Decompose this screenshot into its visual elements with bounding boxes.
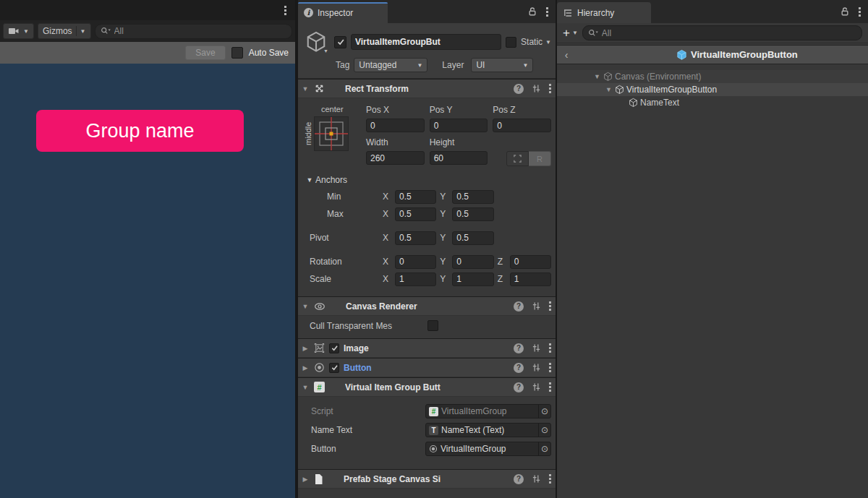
tree-row-virtual-item-group-button[interactable]: ▼ VirtualItemGroupButton: [557, 83, 868, 96]
component-menu-kebab-icon[interactable]: [549, 363, 551, 372]
name-text-object-field[interactable]: T NameText (Text) ⊙: [425, 423, 551, 437]
scene-search-input[interactable]: [114, 26, 286, 36]
width-input[interactable]: [366, 151, 425, 165]
tab-inspector[interactable]: i Inspector: [298, 2, 388, 23]
height-input[interactable]: [430, 151, 488, 165]
presets-icon[interactable]: [532, 474, 541, 484]
divider: [76, 26, 77, 36]
script-object-field[interactable]: # VirtualItemGroup ⊙: [425, 404, 551, 418]
image-title: Image: [344, 343, 369, 353]
button-object-field[interactable]: VirtualItemGroup ⊙: [425, 442, 551, 456]
scene-search-field[interactable]: [95, 24, 292, 39]
hierarchy-search-input[interactable]: [602, 28, 856, 38]
scene-view[interactable]: Group name: [0, 64, 295, 498]
tree-row-nametext[interactable]: NameText: [557, 96, 868, 109]
hierarchy-menu-kebab-icon[interactable]: [859, 7, 861, 17]
image-enabled-checkbox[interactable]: [329, 343, 339, 353]
virtual-item-group-button-body: Script # VirtualItemGroup ⊙ Name Text T …: [298, 397, 556, 465]
anchors-max-x-input[interactable]: [395, 207, 436, 221]
gameobject-active-checkbox[interactable]: [334, 36, 346, 48]
lock-icon[interactable]: [527, 7, 537, 17]
tag-dropdown[interactable]: Untagged ▼: [354, 58, 427, 72]
blueprint-mode-button[interactable]: [506, 151, 529, 166]
raw-edit-mode-button[interactable]: R: [529, 151, 551, 166]
foldout-expanded-icon[interactable]: ▼: [301, 384, 310, 391]
prefab-stage-canvas-header[interactable]: ▶ Prefab Stage Canvas Si ?: [298, 469, 556, 489]
presets-icon[interactable]: [532, 363, 541, 372]
presets-icon[interactable]: [532, 343, 541, 353]
presets-icon[interactable]: [532, 301, 541, 311]
layer-dropdown[interactable]: UI ▼: [471, 58, 533, 72]
scale-x-input[interactable]: [395, 272, 436, 286]
anchor-preset-button[interactable]: [314, 116, 349, 151]
scene-menu-kebab-icon[interactable]: [284, 6, 286, 15]
foldout-collapsed-icon[interactable]: ▶: [301, 476, 310, 483]
anchors-max-y-input[interactable]: [452, 207, 493, 221]
prefab-root-header[interactable]: VirtualItemGroupButton: [676, 49, 798, 61]
cull-transparent-mesh-label: Cull Transparent Mes: [310, 321, 427, 331]
rotation-y-input[interactable]: [452, 255, 493, 269]
create-object-button[interactable]: + ▼: [563, 27, 578, 39]
static-checkbox[interactable]: [506, 37, 516, 48]
anchors-min-y-input[interactable]: [452, 190, 493, 204]
component-menu-kebab-icon[interactable]: [549, 301, 551, 311]
foldout-expanded-icon[interactable]: ▼: [301, 85, 310, 93]
rotation-x-input[interactable]: [395, 255, 436, 269]
rect-transform-header[interactable]: ▼ Rect Transform ?: [298, 79, 556, 98]
pos-z-input[interactable]: [493, 119, 551, 132]
canvas-renderer-header[interactable]: ▼ Canvas Renderer ?: [298, 296, 556, 316]
anchors-min-x-input[interactable]: [395, 190, 436, 204]
scale-y-input[interactable]: [452, 272, 493, 286]
cull-transparent-mesh-checkbox[interactable]: [427, 320, 438, 331]
virtual-item-group-button-header[interactable]: ▼ # Virtual Item Group Butt ?: [298, 377, 556, 397]
static-dropdown[interactable]: Static ▼: [521, 37, 551, 47]
save-button[interactable]: Save: [185, 46, 225, 60]
group-name-button[interactable]: Group name: [36, 110, 244, 152]
pivot-y-input[interactable]: [452, 231, 493, 245]
foldout-expanded-icon[interactable]: ▼: [301, 303, 310, 310]
help-icon[interactable]: ?: [514, 84, 524, 94]
component-menu-kebab-icon[interactable]: [549, 474, 551, 484]
presets-icon[interactable]: [532, 382, 541, 392]
scale-z-input[interactable]: [510, 272, 551, 286]
pivot-x-input[interactable]: [395, 231, 436, 245]
hierarchy-toolbar: + ▼: [557, 23, 868, 43]
object-picker-icon[interactable]: ⊙: [538, 405, 550, 418]
rotation-z-input[interactable]: [510, 255, 551, 269]
object-picker-icon[interactable]: ⊙: [538, 424, 550, 437]
back-chevron-icon[interactable]: ‹: [557, 49, 576, 61]
presets-icon[interactable]: [532, 84, 541, 93]
help-icon[interactable]: ?: [514, 363, 524, 373]
help-icon[interactable]: ?: [514, 474, 524, 484]
pos-y-label: Pos Y: [430, 105, 488, 116]
foldout-collapsed-icon[interactable]: ▶: [301, 345, 310, 352]
button-component-header[interactable]: ▶ Button ?: [298, 358, 556, 377]
pos-y-input[interactable]: [430, 119, 488, 132]
camera-dropdown-button[interactable]: ▼: [3, 23, 34, 39]
button-enabled-checkbox[interactable]: [329, 363, 339, 373]
help-icon[interactable]: ?: [514, 343, 524, 353]
foldout-collapsed-icon[interactable]: ▶: [301, 364, 310, 372]
object-picker-icon[interactable]: ⊙: [538, 442, 550, 455]
auto-save-checkbox[interactable]: [231, 47, 243, 59]
foldout-expanded-icon[interactable]: ▼: [593, 73, 601, 80]
inspector-menu-kebab-icon[interactable]: [546, 7, 548, 17]
image-component-header[interactable]: ▶ Image ?: [298, 338, 556, 358]
gizmos-dropdown-button[interactable]: Gizmos ▼: [38, 23, 91, 39]
hierarchy-search-field[interactable]: [582, 25, 862, 40]
anchors-foldout[interactable]: ▼ Anchors: [304, 172, 551, 188]
help-icon[interactable]: ?: [514, 382, 524, 392]
component-menu-kebab-icon[interactable]: [549, 84, 551, 93]
gameobject-name-input[interactable]: [351, 34, 501, 50]
foldout-expanded-icon[interactable]: ▼: [605, 86, 613, 93]
tree-row-canvas-environment[interactable]: ▼ Canvas (Environment): [557, 70, 868, 83]
lock-icon[interactable]: [840, 7, 850, 17]
pos-x-input[interactable]: [366, 119, 425, 132]
component-menu-kebab-icon[interactable]: [549, 382, 551, 392]
pos-z-label: Pos Z: [493, 105, 551, 116]
help-icon[interactable]: ?: [514, 301, 524, 312]
gameobject-icon-button[interactable]: ▼: [302, 28, 330, 56]
tab-hierarchy[interactable]: Hierarchy: [557, 2, 651, 23]
component-menu-kebab-icon[interactable]: [549, 343, 551, 353]
prefab-cube-icon: [676, 49, 687, 61]
